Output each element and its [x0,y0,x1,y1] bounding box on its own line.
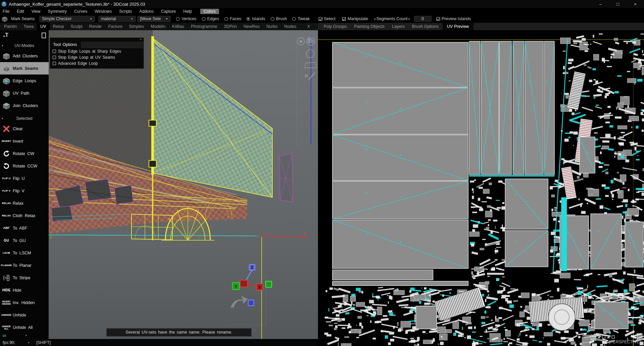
menu-edit[interactable]: Edit [13,9,28,14]
popup-drag-bar[interactable]: × [50,38,144,41]
sidebar-item-clear[interactable]: Clear [0,122,49,135]
gizmo-free-cube[interactable] [266,281,272,287]
tab-newroom[interactable]: NewRoo [240,23,263,30]
menu-scripts[interactable]: Scripts [115,9,136,14]
paint-select-icon[interactable]: P [305,73,308,79]
radio-islands[interactable]: Islands [247,16,265,21]
manipulate-checkbox[interactable]: Manipulate [342,16,368,21]
popup-close-icon[interactable]: × [140,37,142,41]
menu-file[interactable]: File [0,9,13,14]
colors-button[interactable]: Colors [200,9,219,14]
option-advanced-edge-loop[interactable]: Advanced Edge Loop [50,60,144,66]
sidebar-item-edge-loops[interactable]: Edge Loops [0,75,49,87]
close-button[interactable]: × [627,2,644,7]
menu-help[interactable]: Help [179,9,196,14]
tab-poly-groups[interactable]: Poly Groups [320,23,351,30]
menu-curves[interactable]: Curves [70,9,91,14]
radio-vertices[interactable]: Vertices [176,16,196,21]
text-tool-icon[interactable]: ◀T [3,32,8,38]
3d-viewport[interactable]: X Y [49,30,318,339]
3d-viewport-canvas[interactable]: X Y [49,30,318,339]
segments-count-stepper[interactable]: ◂ Segments Count ▸ [373,16,411,21]
sidebar-item-to-planar[interactable]: PLANARTo Planar [0,259,49,271]
tab-facture[interactable]: Facture [105,23,125,30]
tab-layers[interactable]: Layers [388,23,409,30]
tab-render[interactable]: Rende [86,23,105,30]
tool-options-popup: × Tool Options Stop Edge Loops at Sharp … [50,37,144,69]
x-gizmo-label: X [258,285,261,289]
sidebar-item-to-abf[interactable]: ABFTo ABF [0,222,49,234]
sidebar-item-relax[interactable]: RELAXRelax [0,197,49,209]
tab-nodes[interactable]: Nodes [281,23,300,30]
uv-preview-canvas[interactable] [318,30,644,346]
sidebar-item-to-stripe[interactable]: To Stripe [0,271,49,284]
sidebar-item-join-clusters[interactable]: Join Clusters [0,99,49,112]
tab-paint[interactable]: Paintin [1,23,20,30]
tab-retopo[interactable]: Retop [50,23,67,30]
frame-icon[interactable] [42,33,46,38]
sidebar-item-flip-v[interactable]: FLIP VFlip V [0,185,49,197]
sidebar-item-to-lscm[interactable]: LSCMTo LSCM [0,247,49,259]
tab-3dprint[interactable]: 3DPrin [221,23,240,30]
tab-nurbs[interactable]: Nurbs [263,23,281,30]
menu-capture[interactable]: Capture [157,9,179,14]
gizmo-origin-cube[interactable] [240,280,248,287]
menu-view[interactable]: View [28,9,44,14]
sidebar-item-add-clusters[interactable]: Add Clusters [0,50,49,62]
status-caret-icon[interactable]: ▾ [28,341,30,344]
sidebar-item-hide[interactable]: HIDEHide [0,284,49,296]
tab-modeling[interactable]: Modelin [147,23,169,30]
checker-dropdown[interactable]: Simple Checker ▼ [39,16,95,22]
invert-hidden-text-icon: INVERT HIDDEN [0,300,12,305]
menu-windows[interactable]: Windows [91,9,115,14]
dropdown-arrow-icon: ▼ [128,17,133,20]
title-bar: Anhaenger_Koffer_gesamt_separierte_Textu… [0,0,644,8]
tab-close-icon[interactable]: X [304,23,313,30]
tab-uv[interactable]: UV [37,23,49,30]
segments-count-input[interactable]: 0 [414,16,432,22]
tab-uv-preview[interactable]: UV Preview [442,23,474,30]
tab-tweak[interactable]: Twea [20,23,37,30]
gizmo-view-cube[interactable] [248,300,254,306]
sidebar-item-unhide[interactable]: UNHIDEUnhide [0,309,49,321]
menu-symmetry[interactable]: Symmetry [44,9,70,14]
material-dropdown[interactable]: material ▼ [98,16,136,22]
radio-edges[interactable]: Edges [202,16,219,21]
minimize-button[interactable]: – [592,2,609,7]
uv-preview-panel[interactable] [318,30,644,346]
transform-dropdown[interactable]: [Move Sele ▼ [137,16,171,22]
option-stop-edge-loops-sharp[interactable]: Stop Edge Loops at Sharp Edges [50,48,144,54]
radio-tweak[interactable]: Tweak [292,16,310,21]
tab-kitbash[interactable]: KitBas [169,23,187,30]
sidebar-item-to-gu[interactable]: GUTo GU [0,234,49,247]
tab-simples[interactable]: Simples [126,23,147,30]
sidebar-item-inv-hidden[interactable]: INVERT HIDDENInv. Hidden [0,296,49,309]
cube-icon [0,52,13,60]
section-selected[interactable]: ▾Selected [0,114,49,122]
preview-islands-checkbox[interactable]: Preview Islands [436,16,471,21]
tab-photogrammetry[interactable]: Photogramme [187,23,221,30]
tab-painting-objects[interactable]: Painting Objects [351,23,388,30]
sidebar-item-invert[interactable]: INVERTInvert [0,135,49,147]
sidebar-item-rotate-ccw[interactable]: Rotate CCW [0,160,49,172]
menu-addons[interactable]: Addons [136,9,157,14]
option-stop-edge-loop-uv-seams[interactable]: Stop Edge Loop at UV Seams [50,54,144,60]
flip-u-text-icon: FLIP U [0,177,12,180]
sidebar-item-cloth-relax[interactable]: RELAXCloth Relax [0,209,49,222]
y-gizmo-label: Y [235,285,237,289]
radio-faces[interactable]: Faces [224,16,241,21]
select-checkbox[interactable]: Select [319,16,336,21]
sidebar-item-mark-seams[interactable]: Mark Seams [0,62,49,75]
sidebar-item-rotate-cw[interactable]: Rotate CW [0,147,49,160]
sidebar-item-uv-path[interactable]: UV Path [0,87,49,99]
sidebar-item-flip-u[interactable]: FLIP UFlip U [0,172,49,185]
stepper-left-icon[interactable]: ◂ [373,17,376,20]
tab-brush-options[interactable]: Brush Options [408,23,442,30]
maximize-button[interactable]: □ [609,2,627,7]
stepper-right-icon[interactable]: ▸ [408,17,411,20]
tab-sculpt[interactable]: Sculpt [67,23,86,30]
sidebar-item-unhide-all[interactable]: UNHIDE ALLUnhide All [0,321,49,334]
radio-brush[interactable]: Brush [271,16,287,21]
scroll-down-caret-icon[interactable]: ▾ [25,334,27,337]
section-uv-modes[interactable]: ▾UV-Modes [0,42,49,50]
